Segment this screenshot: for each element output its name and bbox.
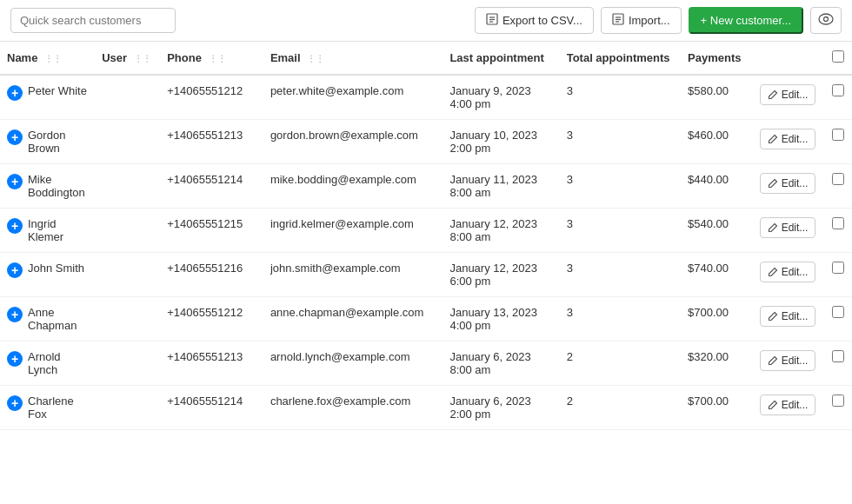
row-checkbox[interactable]: [832, 350, 844, 362]
row-checkbox[interactable]: [832, 262, 844, 274]
edit-icon: [768, 222, 778, 233]
edit-button[interactable]: Edit...: [760, 306, 816, 327]
cell-payments: $440.00: [681, 164, 753, 209]
table-row: + Gordon Brown +14065551213gordon.brown@…: [0, 120, 852, 164]
row-checkbox[interactable]: [832, 129, 844, 141]
table-row: + Peter White +14065551212peter.white@ex…: [0, 75, 852, 120]
col-header-last-appointment[interactable]: Last appointment: [443, 42, 559, 75]
edit-button[interactable]: Edit...: [760, 84, 816, 105]
add-customer-icon[interactable]: +: [7, 307, 23, 322]
cell-phone: +14065551212: [160, 75, 263, 120]
cell-email: john.smith@example.com: [263, 253, 443, 297]
add-customer-icon[interactable]: +: [7, 262, 23, 278]
col-header-edit: [753, 42, 825, 75]
svg-point-8: [819, 14, 833, 24]
cell-edit: Edit...: [753, 164, 825, 209]
table-row: + Ingrid Klemer +14065551215ingrid.kelme…: [0, 209, 852, 253]
add-customer-icon[interactable]: +: [7, 85, 23, 101]
cell-payments: $580.00: [681, 75, 753, 120]
row-checkbox[interactable]: [832, 395, 844, 407]
cell-checkbox: [825, 75, 852, 120]
col-header-payments[interactable]: Payments: [681, 42, 753, 75]
cell-total-appointments: 3: [560, 75, 681, 120]
row-checkbox[interactable]: [832, 173, 844, 185]
edit-button[interactable]: Edit...: [760, 350, 816, 371]
customer-name-text: Arnold Lynch: [28, 350, 88, 376]
edit-button[interactable]: Edit...: [760, 129, 816, 149]
eye-icon: [818, 13, 834, 28]
cell-total-appointments: 2: [560, 386, 681, 430]
cell-edit: Edit...: [753, 209, 825, 253]
table-row: + Mike Boddington +14065551214mike.boddi…: [0, 164, 852, 209]
cell-user: [95, 120, 160, 164]
cell-name: + Charlene Fox: [0, 386, 95, 430]
cell-edit: Edit...: [753, 75, 825, 120]
col-header-name[interactable]: Name ⋮⋮: [0, 42, 95, 75]
row-checkbox[interactable]: [832, 217, 844, 229]
table-row: + Anne Chapman +14065551212anne.chapman@…: [0, 297, 852, 342]
add-customer-icon[interactable]: +: [7, 129, 23, 145]
cell-phone: +14065551213: [160, 120, 263, 164]
edit-button[interactable]: Edit...: [760, 262, 816, 282]
customer-name-text: Mike Boddington: [28, 173, 88, 199]
edit-button[interactable]: Edit...: [760, 217, 816, 238]
cell-phone: +14065551215: [160, 209, 263, 253]
add-customer-icon[interactable]: +: [7, 351, 23, 367]
toolbar: Export to CSV... Import... + New custome…: [0, 0, 852, 42]
table-row: + Charlene Fox +14065551214charlene.fox@…: [0, 386, 852, 430]
cell-user: [95, 209, 160, 253]
edit-button[interactable]: Edit...: [760, 395, 816, 415]
customer-name-text: Peter White: [28, 84, 87, 97]
new-customer-label: + New customer...: [701, 14, 791, 27]
col-header-checkbox[interactable]: [825, 42, 852, 75]
cell-last-appointment: January 6, 2023 2:00 pm: [443, 386, 559, 430]
visibility-button[interactable]: [810, 7, 842, 34]
cell-total-appointments: 3: [560, 253, 681, 297]
cell-email: arnold.lynch@example.com: [263, 342, 443, 386]
col-header-user[interactable]: User ⋮⋮: [95, 42, 160, 75]
cell-payments: $320.00: [681, 342, 753, 386]
customer-name-text: Charlene Fox: [28, 395, 88, 421]
add-customer-icon[interactable]: +: [7, 395, 23, 411]
import-label: Import...: [629, 14, 670, 27]
edit-button[interactable]: Edit...: [760, 173, 816, 194]
cell-edit: Edit...: [753, 120, 825, 164]
export-csv-button[interactable]: Export to CSV...: [475, 7, 594, 34]
import-button[interactable]: Import...: [601, 7, 682, 34]
search-input[interactable]: [10, 8, 176, 33]
select-all-checkbox[interactable]: [832, 50, 844, 63]
table-body: + Peter White +14065551212peter.white@ex…: [0, 75, 852, 430]
add-customer-icon[interactable]: +: [7, 174, 23, 189]
row-checkbox[interactable]: [832, 306, 844, 318]
cell-email: anne.chapman@example.com: [263, 297, 443, 342]
cell-payments: $740.00: [681, 253, 753, 297]
export-icon: [486, 13, 498, 28]
col-header-email[interactable]: Email ⋮⋮: [263, 42, 443, 75]
cell-phone: +14065551216: [160, 253, 263, 297]
svg-point-9: [824, 17, 829, 22]
cell-last-appointment: January 12, 2023 8:00 am: [443, 209, 559, 253]
cell-total-appointments: 3: [560, 164, 681, 209]
cell-name: + Peter White: [0, 75, 95, 120]
cell-last-appointment: January 10, 2023 2:00 pm: [443, 120, 559, 164]
sort-user-icon: ⋮⋮: [134, 54, 151, 63]
cell-payments: $700.00: [681, 386, 753, 430]
edit-icon: [768, 400, 778, 410]
add-customer-icon[interactable]: +: [7, 218, 23, 234]
cell-edit: Edit...: [753, 297, 825, 342]
sort-phone-icon: ⋮⋮: [209, 54, 226, 63]
cell-email: mike.bodding@example.com: [263, 164, 443, 209]
cell-name: + Arnold Lynch: [0, 342, 95, 386]
sort-email-icon: ⋮⋮: [307, 54, 324, 63]
row-checkbox[interactable]: [832, 84, 844, 96]
cell-phone: +14065551214: [160, 164, 263, 209]
cell-last-appointment: January 9, 2023 4:00 pm: [443, 75, 559, 120]
edit-icon: [768, 134, 778, 144]
table-row: + Arnold Lynch +14065551213arnold.lynch@…: [0, 342, 852, 386]
cell-total-appointments: 3: [560, 297, 681, 342]
cell-last-appointment: January 11, 2023 8:00 am: [443, 164, 559, 209]
new-customer-button[interactable]: + New customer...: [689, 7, 803, 34]
col-header-phone[interactable]: Phone ⋮⋮: [160, 42, 263, 75]
cell-name: + Anne Chapman: [0, 297, 95, 342]
col-header-total-appointments[interactable]: Total appointments: [560, 42, 681, 75]
